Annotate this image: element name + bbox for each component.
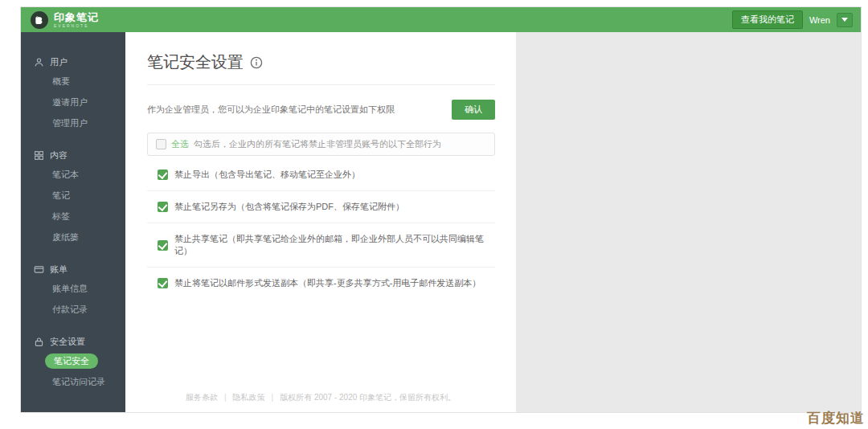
content-icon [34,150,44,161]
select-all-row[interactable]: 全选 勾选后，企业内的所有笔记将禁止非管理员账号的以下全部行为 [147,133,495,156]
sidebar-section-billing-header: 账单 [21,260,125,278]
sidebar-item-notes[interactable]: 笔记 [21,185,125,206]
description-text: 作为企业管理员，您可以为企业印象笔记中的笔记设置如下权限 [147,104,395,116]
permission-list: 禁止导出（包含导出笔记、移动笔记至企业外） 禁止笔记另存为（包含将笔记保存为PD… [147,159,495,299]
info-icon[interactable] [250,56,263,69]
sidebar-item-manage-users[interactable]: 管理用户 [21,112,125,133]
sidebar-item-tags[interactable]: 标签 [21,206,125,227]
admin-console-window: 印象笔记 EVERNOTE 查看我的笔记 Wren [20,6,862,413]
top-header: 印象笔记 EVERNOTE 查看我的笔记 Wren [21,7,861,32]
brand-logo[interactable]: 印象笔记 EVERNOTE [31,11,99,29]
permission-row-export[interactable]: 禁止导出（包含导出笔记、移动笔记至企业外） [147,159,495,191]
permission-row-save-as[interactable]: 禁止笔记另存为（包含将笔记保存为PDF、保存笔记附件） [147,191,495,223]
chevron-down-icon [841,18,848,22]
view-my-notes-button[interactable]: 查看我的笔记 [732,10,803,29]
user-icon [34,57,44,67]
checkbox-checked-icon[interactable] [158,170,168,180]
lock-icon [34,337,44,347]
sidebar-item-payment-records[interactable]: 付款记录 [21,299,125,320]
background-area [516,32,861,412]
sidebar-item-billing-info[interactable]: 账单信息 [21,278,125,299]
sidebar-section-content-header: 内容 [21,146,125,164]
select-all-hint: 勾选后，企业内的所有笔记将禁止非管理员账号的以下全部行为 [194,138,441,150]
username-label: Wren [809,15,830,25]
brand-name: 印象笔记 [54,12,99,22]
copyright-text: 版权所有 2007 - 2020 印象笔记，保留所有权利。 [280,393,456,402]
select-all-checkbox[interactable] [156,139,166,149]
main-area: 笔记安全设置 作为企业管理员，您可以为企业印象笔记中的笔记设置如下权限 确认 全… [125,32,861,412]
brand-subtitle: EVERNOTE [54,24,99,28]
sidebar-item-overview[interactable]: 概要 [21,71,125,92]
permission-row-email-copy[interactable]: 禁止将笔记以邮件形式发送副本（即共享-更多共享方式-用电子邮件发送副本） [147,268,495,299]
select-all-label: 全选 [171,138,189,150]
sidebar-section-security: 安全设置 笔记安全 笔记访问记录 [21,333,125,392]
user-menu-dropdown-button[interactable] [837,13,853,27]
description-row: 作为企业管理员，您可以为企业印象笔记中的笔记设置如下权限 确认 [147,100,495,120]
checkbox-checked-icon[interactable] [158,278,168,288]
checkbox-checked-icon[interactable] [158,240,168,251]
privacy-link[interactable]: 隐私政策 [233,393,265,402]
sidebar-item-invite-users[interactable]: 邀请用户 [21,92,125,112]
footer-separator: | [272,393,274,402]
checkbox-checked-icon[interactable] [158,202,168,212]
sidebar-section-content: 内容 笔记本 笔记 标签 废纸篓 [21,146,125,247]
screen: 印象笔记 EVERNOTE 查看我的笔记 Wren [0,0,868,429]
permission-row-share[interactable]: 禁止共享笔记（即共享笔记给企业外的邮箱，即企业外部人员不可以共同编辑笔记） [147,223,495,268]
sidebar-section-users: 用户 概要 邀请用户 管理用户 [21,53,125,133]
confirm-button[interactable]: 确认 [452,100,495,120]
active-item-pill: 笔记安全 [45,353,98,369]
sidebar-item-trash[interactable]: 废纸篓 [21,227,125,247]
evernote-elephant-icon [31,11,48,29]
panel-footer: 服务条款|隐私政策|版权所有 2007 - 2020 印象笔记，保留所有权利。 [125,392,516,403]
sidebar-item-note-security[interactable]: 笔记安全 [21,350,125,371]
settings-panel: 笔记安全设置 作为企业管理员，您可以为企业印象笔记中的笔记设置如下权限 确认 全… [125,32,516,412]
billing-icon [34,264,44,275]
footer-separator: | [224,393,227,402]
sidebar-item-note-access-log[interactable]: 笔记访问记录 [21,371,125,392]
sidebar-item-notebooks[interactable]: 笔记本 [21,164,125,185]
page-title: 笔记安全设置 [147,51,244,73]
header-actions: 查看我的笔记 Wren [732,10,853,29]
page-title-row: 笔记安全设置 [147,51,495,85]
sidebar-section-security-header: 安全设置 [21,333,125,350]
sidebar-section-users-header: 用户 [21,53,125,71]
sidebar-nav: 用户 概要 邀请用户 管理用户 内容 笔记本 笔记 [21,32,125,412]
baidu-zhidao-watermark: 百度知道 [807,409,865,427]
sidebar-section-billing: 账单 账单信息 付款记录 [21,260,125,320]
terms-link[interactable]: 服务条款 [186,393,218,402]
